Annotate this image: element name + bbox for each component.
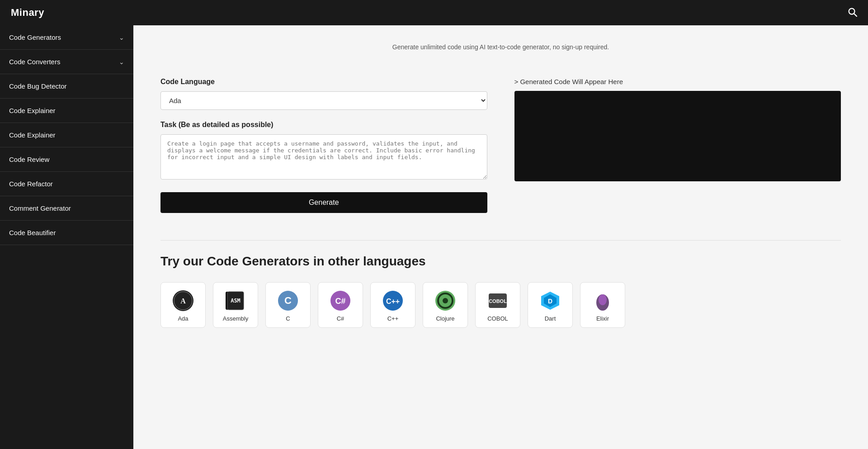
svg-point-23 <box>599 294 607 305</box>
lang-card-dart[interactable]: D Dart <box>528 282 573 328</box>
svg-line-1 <box>854 14 857 16</box>
lang-card-assembly[interactable]: ASM Assembly <box>213 282 258 328</box>
chevron-down-icon: ⌄ <box>119 34 124 41</box>
elixir-icon <box>592 290 613 312</box>
task-input[interactable] <box>160 134 487 180</box>
sidebar-item-code-converters[interactable]: Code Converters ⌄ <box>0 50 133 74</box>
svg-point-16 <box>443 298 448 303</box>
svg-point-0 <box>849 8 855 14</box>
code-language-label: Code Language <box>160 78 487 86</box>
sidebar-item-label: Comment Generator <box>9 204 71 212</box>
task-label: Task (Be as detailed as possible) <box>160 121 487 129</box>
language-select[interactable]: Ada Assembly C C# C++ Clojure COBOL Dart… <box>160 91 487 110</box>
lang-card-c[interactable]: C C <box>265 282 311 328</box>
svg-text:D: D <box>548 298 552 305</box>
assembly-icon: ASM <box>225 290 246 312</box>
search-icon[interactable] <box>847 7 857 19</box>
sidebar-item-label: Code Beautifier <box>9 229 56 236</box>
svg-text:C#: C# <box>335 297 345 306</box>
sidebar-item-label: Code Generators <box>9 33 61 41</box>
c-label: C <box>286 315 290 322</box>
sidebar-item-code-bug-detector[interactable]: Code Bug Detector <box>0 74 133 99</box>
sidebar-item-comment-generator[interactable]: Comment Generator <box>0 196 133 221</box>
code-output <box>514 91 841 181</box>
chevron-down-icon: ⌄ <box>119 58 124 66</box>
generated-code-label: > Generated Code Will Appear Here <box>514 78 841 85</box>
page-subtitle: Generate unlimited code using AI text-to… <box>160 43 841 51</box>
sidebar-item-code-refactor[interactable]: Code Refactor <box>0 172 133 196</box>
svg-text:C: C <box>284 295 292 306</box>
ada-label: Ada <box>178 315 188 322</box>
lang-card-ada[interactable]: A Ada <box>160 282 206 328</box>
cpp-label: C++ <box>387 315 399 322</box>
clojure-icon <box>434 290 456 312</box>
content-grid: Code Language Ada Assembly C C# C++ Cloj… <box>160 78 841 213</box>
lang-card-cobol[interactable]: COBOL COBOL <box>475 282 520 328</box>
svg-text:C++: C++ <box>386 298 400 305</box>
lang-card-clojure[interactable]: Clojure <box>423 282 468 328</box>
sidebar-item-code-review[interactable]: Code Review <box>0 147 133 172</box>
svg-text:COBOL: COBOL <box>489 298 507 304</box>
section-divider <box>160 240 841 241</box>
dart-icon: D <box>539 290 561 312</box>
sidebar-item-code-generators[interactable]: Code Generators ⌄ <box>0 25 133 50</box>
sidebar-item-label: Code Explainer <box>9 107 56 114</box>
languages-grid: A Ada ASM Assembly <box>160 282 841 328</box>
ada-icon: A <box>172 290 194 312</box>
sidebar-item-code-explainer-2[interactable]: Code Explainer <box>0 123 133 147</box>
svg-text:A: A <box>180 297 186 305</box>
main-content: Generate unlimited code using AI text-to… <box>133 25 868 449</box>
cpp-icon: C++ <box>382 290 404 312</box>
svg-text:ASM: ASM <box>231 298 241 304</box>
cobol-label: COBOL <box>487 315 508 322</box>
sidebar: Code Generators ⌄ Code Converters ⌄ Code… <box>0 25 133 449</box>
elixir-label: Elixir <box>596 315 609 322</box>
sidebar-item-label: Code Bug Detector <box>9 82 67 90</box>
sidebar-item-code-explainer-1[interactable]: Code Explainer <box>0 99 133 123</box>
sidebar-item-label: Code Refactor <box>9 180 53 188</box>
lang-card-elixir[interactable]: Elixir <box>580 282 625 328</box>
right-panel: > Generated Code Will Appear Here <box>514 78 841 213</box>
csharp-label: C# <box>337 315 344 322</box>
dart-label: Dart <box>545 315 556 322</box>
lang-card-csharp[interactable]: C# C# <box>318 282 363 328</box>
languages-section-title: Try our Code Generators in other languag… <box>160 254 841 269</box>
c-icon: C <box>277 290 299 312</box>
left-panel: Code Language Ada Assembly C C# C++ Cloj… <box>160 78 487 213</box>
generate-button[interactable]: Generate <box>160 192 487 213</box>
cobol-icon: COBOL <box>487 290 509 312</box>
sidebar-item-label: Code Converters <box>9 58 60 66</box>
sidebar-item-code-beautifier[interactable]: Code Beautifier <box>0 221 133 245</box>
sidebar-item-label: Code Review <box>9 156 49 163</box>
header: Minary <box>0 0 868 25</box>
lang-card-cpp[interactable]: C++ C++ <box>370 282 415 328</box>
page-layout: Code Generators ⌄ Code Converters ⌄ Code… <box>0 25 868 449</box>
sidebar-item-label: Code Explainer <box>9 131 56 139</box>
logo: Minary <box>11 7 44 19</box>
csharp-icon: C# <box>330 290 351 312</box>
assembly-label: Assembly <box>223 315 248 322</box>
clojure-label: Clojure <box>436 315 454 322</box>
